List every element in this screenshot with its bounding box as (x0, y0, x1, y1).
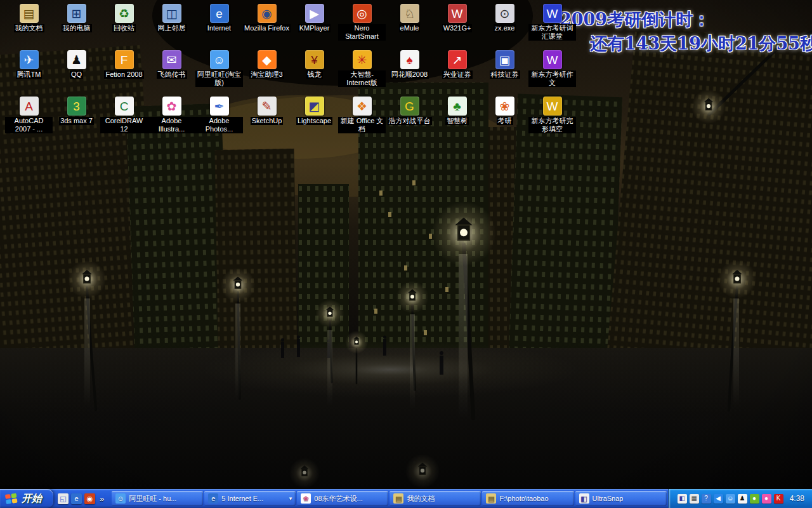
icon-neworiental-writing[interactable]: W 新东方考研作文 (528, 50, 576, 97)
help-tray-icon[interactable]: ? (702, 494, 711, 504)
icon-tencent-tm[interactable]: ✈ 腾讯TM (5, 50, 53, 97)
icon-sketchup[interactable]: ✎ SketchUp (243, 97, 291, 143)
taskbar-clock[interactable]: 4:38 (790, 494, 804, 503)
icon-autocad-2007[interactable]: A AutoCAD 2007 - ... (5, 97, 53, 143)
icon-glyph: ▶ (310, 8, 319, 20)
icon-neworiental-vocab-class[interactable]: W 新东方考研词汇课堂 (528, 4, 576, 50)
desktop-icon-label: 飞鸽传书 (157, 70, 187, 79)
internet-explorer-quicklaunch-icon[interactable]: e (71, 493, 82, 504)
icon-fetion-2008[interactable]: F Fetion 2008 (100, 50, 148, 97)
icon-recycle-bin[interactable]: ♻ 回收站 (100, 4, 148, 50)
ime-tray-icon[interactable]: ▦ (690, 494, 699, 504)
show-desktop-icon[interactable]: ◱ (58, 493, 69, 504)
icon-glyph: ✒ (214, 100, 225, 112)
msn-tray-icon[interactable]: ● (750, 494, 759, 504)
icon-kmplayer[interactable]: ▶ KMPlayer (291, 4, 338, 50)
task-button-label: 08东华艺术设... (314, 494, 362, 504)
task-button-icon: e (208, 493, 218, 504)
icon-my-documents[interactable]: ▤ 我的文档 (5, 4, 53, 50)
icon-glyph: 3 (73, 100, 80, 112)
desktop-icon-label: 浩方对战平台 (388, 117, 432, 125)
wangwang-tray-icon[interactable]: ☺ (726, 494, 735, 504)
task-button-group-arrow: ▾ (289, 495, 292, 502)
icon-lightscape[interactable]: ◩ Lightscape (291, 97, 338, 143)
icon-glyph: ♟ (71, 54, 82, 66)
icon-haofang-platform[interactable]: G 浩方对战平台 (386, 97, 433, 143)
icon-xingye-securities[interactable]: ↗ 兴业证券 (433, 50, 481, 97)
rtx-tray-icon[interactable]: ● (762, 494, 771, 504)
taskbar-button-explorer-taobao[interactable]: ▤ F:\photo\taobao (482, 491, 573, 506)
desktop-icon-label: 回收站 (112, 24, 136, 32)
desktop-icon-label: 同花顺2008 (390, 70, 429, 79)
desktop-icon-image: 3 (67, 97, 86, 116)
icon-keji-securities[interactable]: ▣ 科技证券 (481, 50, 528, 97)
icon-emule[interactable]: ♘ eMule (386, 4, 433, 50)
task-button-icon: ▤ (393, 493, 403, 504)
icon-zx-exe[interactable]: ⊙ zx.exe (481, 4, 528, 50)
desktop-icon-image: ◉ (258, 4, 277, 23)
desktop-icon-image: A (20, 97, 39, 116)
taskbar-button-ultrasnap[interactable]: ◧ UltraSnap (575, 491, 667, 506)
icon-tonghuashun-2008[interactable]: ♠ 同花顺2008 (386, 50, 433, 97)
desktop-icon-label: 腾讯TM (16, 70, 43, 79)
icon-internet-explorer[interactable]: e Internet (195, 4, 243, 50)
icon-qq[interactable]: ♟ QQ (53, 50, 100, 97)
icon-qianlong[interactable]: ¥ 钱龙 (291, 50, 338, 97)
tray-collapse-chevron-icon[interactable]: ◀ (714, 494, 723, 504)
icon-my-computer[interactable]: ⊞ 我的电脑 (53, 4, 100, 50)
icon-adobe-photoshop[interactable]: ✒ Adobe Photos... (195, 97, 243, 143)
start-button[interactable]: 开始 (0, 489, 53, 508)
desktop-icon-label: 3ds max 7 (59, 117, 94, 125)
desktop-icon-image: ♣ (448, 97, 467, 116)
icon-taobao-assistant-3[interactable]: ◆ 淘宝助理3 (243, 50, 291, 97)
icon-coreldraw-12[interactable]: C CorelDRAW 12 (100, 97, 148, 143)
icon-dazhihui-internet[interactable]: ✳ 大智慧-Internet版 (338, 50, 386, 97)
desktop-icon-label: 网上邻居 (157, 24, 187, 32)
icon-adobe-illustrator[interactable]: ✿ Adobe Illustra... (148, 97, 195, 143)
icon-glyph: W (547, 8, 558, 20)
icon-kaoyan[interactable]: ❀ 考研 (481, 97, 528, 143)
desktop-icon-image: ✉ (162, 50, 181, 69)
desktop-icon-image: ♻ (115, 4, 134, 23)
taskbar-button-wangwang[interactable]: ☺ 阿里旺旺 - hu... (112, 491, 203, 506)
icon-glyph: ✉ (167, 54, 177, 66)
icon-3ds-max-7[interactable]: 3 3ds max 7 (53, 97, 100, 143)
taskbar-button-qq-chat-donghua[interactable]: ❀ 08东华艺术设... (297, 491, 388, 506)
desktop-icon-image: ☺ (210, 50, 229, 69)
qq-tray-icon[interactable]: ♟ (738, 494, 747, 504)
quick-launch-overflow-chevron[interactable]: » (98, 494, 106, 504)
icon-neworiental-cloze[interactable]: W 新东方考研完形填空 (528, 97, 576, 143)
desktop-icon-label: Lightscape (296, 117, 332, 125)
icon-glyph: ✈ (24, 54, 34, 66)
desktop-icon-label: W321G+ (442, 24, 473, 32)
quick-launch-bar: ◱ e ◉ » (53, 489, 110, 508)
icon-w321g[interactable]: W W321G+ (433, 4, 481, 50)
icon-glyph: e (216, 8, 223, 20)
icon-aliwangwang-taobao[interactable]: ☺ 阿里旺旺(淘宝版) (195, 50, 243, 97)
desktop-icon-image: G (400, 97, 419, 116)
icon-zhihuishu[interactable]: ♣ 智慧树 (433, 97, 481, 143)
ultrasnap-tray-icon[interactable]: ◧ (678, 494, 687, 504)
icon-nero-startsmart[interactable]: ◎ Nero StartSmart (338, 4, 386, 50)
countdown-line1: 2009考研倒计时： (560, 8, 812, 32)
icon-glyph: ◩ (309, 100, 320, 112)
desktop-icon-image: C (115, 97, 134, 116)
icon-network-places[interactable]: ◫ 网上邻居 (148, 4, 195, 50)
desktop-icon-image: ⊞ (67, 4, 86, 23)
desktop-icon-image: ✈ (20, 50, 39, 69)
taskbar-button-my-documents[interactable]: ▤ 我的文档 (390, 491, 481, 506)
icon-mozilla-firefox[interactable]: ◉ Mozilla Firefox (243, 4, 291, 50)
task-button-icon: ◧ (579, 493, 589, 504)
icon-glyph: ✳ (357, 54, 367, 66)
icon-glyph: ♻ (119, 8, 129, 20)
desktop-icon-label: QQ (70, 70, 83, 79)
desktop-icon-image: W (543, 50, 562, 69)
taskbar-button-internet-explorer-group[interactable]: e 5 Internet E... ▾ (204, 491, 296, 506)
icon-feige-chuanshu[interactable]: ✉ 飞鸽传书 (148, 50, 195, 97)
icon-glyph: ▤ (23, 8, 35, 20)
media-player-quicklaunch-icon[interactable]: ◉ (84, 493, 95, 504)
icon-new-office-document[interactable]: ❖ 新建 Office 文档 (338, 97, 386, 143)
desktop-icon-image: ▶ (305, 4, 324, 23)
kmplayer-tray-icon[interactable]: K (774, 494, 783, 504)
desktop-icon-image: ✎ (258, 97, 277, 116)
